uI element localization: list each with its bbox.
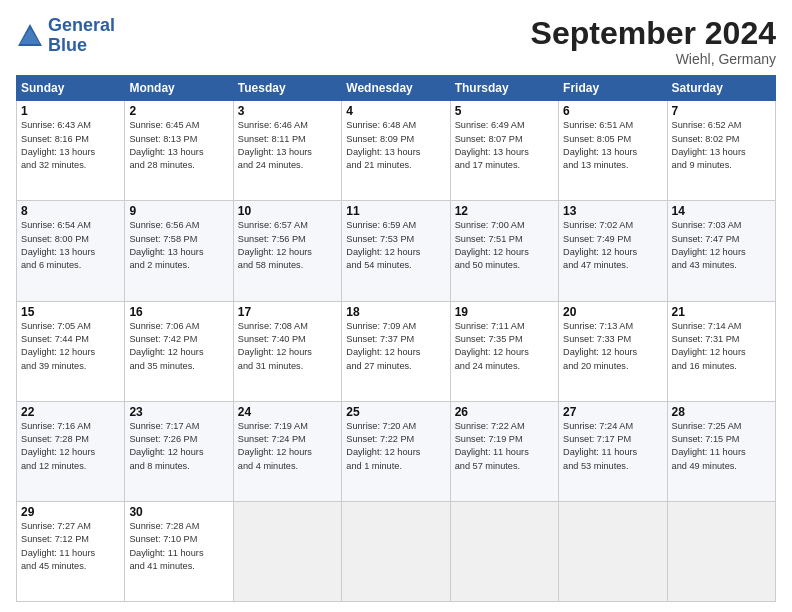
col-wednesday: Wednesday [342, 76, 450, 101]
header: General Blue September 2024 Wiehl, Germa… [16, 16, 776, 67]
table-row [559, 501, 667, 601]
day-info: Sunrise: 7:00 AM Sunset: 7:51 PM Dayligh… [455, 219, 554, 272]
logo-text: General Blue [48, 16, 115, 56]
day-info: Sunrise: 7:05 AM Sunset: 7:44 PM Dayligh… [21, 320, 120, 373]
day-info: Sunrise: 7:20 AM Sunset: 7:22 PM Dayligh… [346, 420, 445, 473]
day-info: Sunrise: 6:57 AM Sunset: 7:56 PM Dayligh… [238, 219, 337, 272]
day-info: Sunrise: 7:02 AM Sunset: 7:49 PM Dayligh… [563, 219, 662, 272]
day-info: Sunrise: 6:56 AM Sunset: 7:58 PM Dayligh… [129, 219, 228, 272]
table-row: 26Sunrise: 7:22 AM Sunset: 7:19 PM Dayli… [450, 401, 558, 501]
table-row: 16Sunrise: 7:06 AM Sunset: 7:42 PM Dayli… [125, 301, 233, 401]
logo-line1: General [48, 15, 115, 35]
day-info: Sunrise: 7:27 AM Sunset: 7:12 PM Dayligh… [21, 520, 120, 573]
table-row [233, 501, 341, 601]
day-info: Sunrise: 7:09 AM Sunset: 7:37 PM Dayligh… [346, 320, 445, 373]
table-row: 24Sunrise: 7:19 AM Sunset: 7:24 PM Dayli… [233, 401, 341, 501]
day-number: 9 [129, 204, 228, 218]
day-number: 6 [563, 104, 662, 118]
table-row: 8Sunrise: 6:54 AM Sunset: 8:00 PM Daylig… [17, 201, 125, 301]
table-row: 7Sunrise: 6:52 AM Sunset: 8:02 PM Daylig… [667, 101, 775, 201]
table-row: 21Sunrise: 7:14 AM Sunset: 7:31 PM Dayli… [667, 301, 775, 401]
table-row: 13Sunrise: 7:02 AM Sunset: 7:49 PM Dayli… [559, 201, 667, 301]
day-number: 19 [455, 305, 554, 319]
day-number: 20 [563, 305, 662, 319]
calendar-table: Sunday Monday Tuesday Wednesday Thursday… [16, 75, 776, 602]
logo: General Blue [16, 16, 115, 56]
table-row: 5Sunrise: 6:49 AM Sunset: 8:07 PM Daylig… [450, 101, 558, 201]
table-row: 20Sunrise: 7:13 AM Sunset: 7:33 PM Dayli… [559, 301, 667, 401]
table-row: 25Sunrise: 7:20 AM Sunset: 7:22 PM Dayli… [342, 401, 450, 501]
day-info: Sunrise: 6:48 AM Sunset: 8:09 PM Dayligh… [346, 119, 445, 172]
table-row: 19Sunrise: 7:11 AM Sunset: 7:35 PM Dayli… [450, 301, 558, 401]
calendar-week-row: 22Sunrise: 7:16 AM Sunset: 7:28 PM Dayli… [17, 401, 776, 501]
day-number: 7 [672, 104, 771, 118]
table-row: 1Sunrise: 6:43 AM Sunset: 8:16 PM Daylig… [17, 101, 125, 201]
location: Wiehl, Germany [531, 51, 776, 67]
col-thursday: Thursday [450, 76, 558, 101]
day-info: Sunrise: 7:13 AM Sunset: 7:33 PM Dayligh… [563, 320, 662, 373]
day-number: 18 [346, 305, 445, 319]
col-sunday: Sunday [17, 76, 125, 101]
day-info: Sunrise: 7:25 AM Sunset: 7:15 PM Dayligh… [672, 420, 771, 473]
day-info: Sunrise: 7:11 AM Sunset: 7:35 PM Dayligh… [455, 320, 554, 373]
day-info: Sunrise: 7:16 AM Sunset: 7:28 PM Dayligh… [21, 420, 120, 473]
day-number: 23 [129, 405, 228, 419]
day-info: Sunrise: 7:03 AM Sunset: 7:47 PM Dayligh… [672, 219, 771, 272]
table-row: 2Sunrise: 6:45 AM Sunset: 8:13 PM Daylig… [125, 101, 233, 201]
table-row: 28Sunrise: 7:25 AM Sunset: 7:15 PM Dayli… [667, 401, 775, 501]
table-row: 12Sunrise: 7:00 AM Sunset: 7:51 PM Dayli… [450, 201, 558, 301]
month-title: September 2024 [531, 16, 776, 51]
day-number: 11 [346, 204, 445, 218]
day-number: 22 [21, 405, 120, 419]
table-row: 14Sunrise: 7:03 AM Sunset: 7:47 PM Dayli… [667, 201, 775, 301]
table-row: 9Sunrise: 6:56 AM Sunset: 7:58 PM Daylig… [125, 201, 233, 301]
day-info: Sunrise: 6:52 AM Sunset: 8:02 PM Dayligh… [672, 119, 771, 172]
day-number: 25 [346, 405, 445, 419]
day-info: Sunrise: 7:06 AM Sunset: 7:42 PM Dayligh… [129, 320, 228, 373]
day-info: Sunrise: 7:28 AM Sunset: 7:10 PM Dayligh… [129, 520, 228, 573]
day-info: Sunrise: 6:45 AM Sunset: 8:13 PM Dayligh… [129, 119, 228, 172]
table-row: 17Sunrise: 7:08 AM Sunset: 7:40 PM Dayli… [233, 301, 341, 401]
day-info: Sunrise: 6:59 AM Sunset: 7:53 PM Dayligh… [346, 219, 445, 272]
table-row [667, 501, 775, 601]
day-number: 4 [346, 104, 445, 118]
day-info: Sunrise: 6:51 AM Sunset: 8:05 PM Dayligh… [563, 119, 662, 172]
day-number: 17 [238, 305, 337, 319]
day-info: Sunrise: 6:49 AM Sunset: 8:07 PM Dayligh… [455, 119, 554, 172]
calendar-header-row: Sunday Monday Tuesday Wednesday Thursday… [17, 76, 776, 101]
table-row [342, 501, 450, 601]
table-row: 22Sunrise: 7:16 AM Sunset: 7:28 PM Dayli… [17, 401, 125, 501]
day-number: 15 [21, 305, 120, 319]
table-row [450, 501, 558, 601]
day-number: 5 [455, 104, 554, 118]
day-info: Sunrise: 7:19 AM Sunset: 7:24 PM Dayligh… [238, 420, 337, 473]
table-row: 11Sunrise: 6:59 AM Sunset: 7:53 PM Dayli… [342, 201, 450, 301]
table-row: 29Sunrise: 7:27 AM Sunset: 7:12 PM Dayli… [17, 501, 125, 601]
table-row: 27Sunrise: 7:24 AM Sunset: 7:17 PM Dayli… [559, 401, 667, 501]
day-info: Sunrise: 6:43 AM Sunset: 8:16 PM Dayligh… [21, 119, 120, 172]
day-info: Sunrise: 7:14 AM Sunset: 7:31 PM Dayligh… [672, 320, 771, 373]
calendar-week-row: 1Sunrise: 6:43 AM Sunset: 8:16 PM Daylig… [17, 101, 776, 201]
day-number: 27 [563, 405, 662, 419]
table-row: 6Sunrise: 6:51 AM Sunset: 8:05 PM Daylig… [559, 101, 667, 201]
svg-marker-1 [20, 28, 40, 44]
day-number: 14 [672, 204, 771, 218]
col-saturday: Saturday [667, 76, 775, 101]
day-number: 10 [238, 204, 337, 218]
col-friday: Friday [559, 76, 667, 101]
day-number: 29 [21, 505, 120, 519]
day-number: 21 [672, 305, 771, 319]
day-info: Sunrise: 7:17 AM Sunset: 7:26 PM Dayligh… [129, 420, 228, 473]
day-info: Sunrise: 7:24 AM Sunset: 7:17 PM Dayligh… [563, 420, 662, 473]
calendar-week-row: 8Sunrise: 6:54 AM Sunset: 8:00 PM Daylig… [17, 201, 776, 301]
day-info: Sunrise: 6:46 AM Sunset: 8:11 PM Dayligh… [238, 119, 337, 172]
day-number: 16 [129, 305, 228, 319]
title-area: September 2024 Wiehl, Germany [531, 16, 776, 67]
page: General Blue September 2024 Wiehl, Germa… [0, 0, 792, 612]
day-number: 1 [21, 104, 120, 118]
calendar-week-row: 15Sunrise: 7:05 AM Sunset: 7:44 PM Dayli… [17, 301, 776, 401]
day-number: 28 [672, 405, 771, 419]
logo-line2: Blue [48, 35, 87, 55]
col-monday: Monday [125, 76, 233, 101]
day-number: 2 [129, 104, 228, 118]
